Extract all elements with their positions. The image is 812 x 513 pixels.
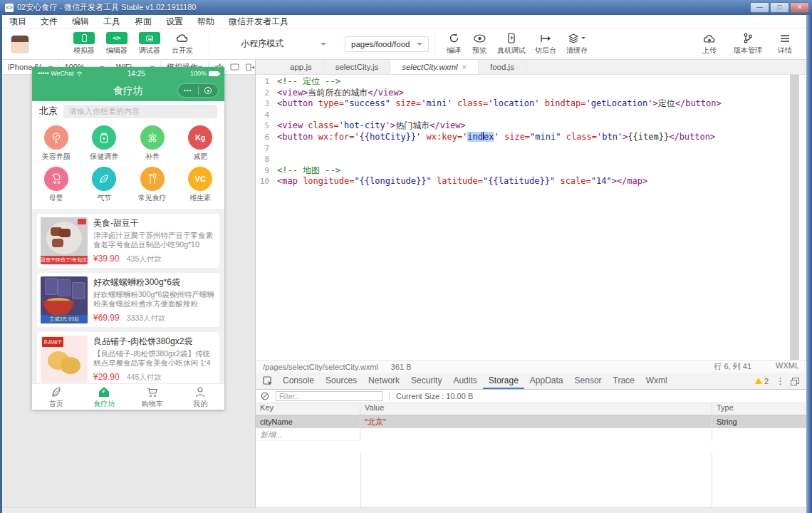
menu-project[interactable]: 项目 [2,16,33,28]
devtools-tab-appdata[interactable]: AppData [524,373,569,389]
code-area[interactable]: 1<!-- 定位 -->2<view>当前所在的城市</view>3<butto… [256,75,806,360]
cursor-position[interactable]: 行 6, 列 41 [714,361,751,372]
category-grid: 美容养颜 保健调养 补养 Kg [32,121,224,209]
code-line[interactable]: 1<!-- 定位 --> [256,76,806,88]
category-healthcare[interactable]: 保健调养 [80,125,129,162]
category-mother-baby[interactable]: 母婴 [32,167,80,203]
code-line[interactable]: 5<view class='hot-city'>热门城市</view> [256,120,806,132]
column-value[interactable]: Value [360,403,712,415]
mode-select[interactable]: 小程序模式 [241,38,326,50]
tab-profile[interactable]: 我的 [177,384,225,410]
devtools-tab-audits[interactable]: Audits [447,373,482,389]
close-tab-icon[interactable]: × [462,60,467,74]
devtools-tab-network[interactable]: Network [363,373,405,389]
minimize-button[interactable]: — [750,2,769,13]
search-input[interactable] [63,105,217,118]
product-card[interactable]: 甜豆干降价了!每包仅2.7 美食-甜豆干 津津卤汁豆腐干苏州特产豆干零食素食老字… [37,214,219,268]
tab-selectcity-js[interactable]: selectCity.js [324,60,391,74]
code-line[interactable]: 6<button wx:for='{{hotCity}}' wx:key='in… [256,132,806,143]
language-mode[interactable]: WXML [776,361,799,372]
warning-counter[interactable]: 2 [755,377,769,385]
switch-background-button[interactable]: 切后台 [531,32,561,56]
menu-view[interactable]: 界面 [127,16,159,28]
menu-file[interactable]: 文件 [33,16,65,28]
compile-button[interactable]: 编译 [441,32,467,56]
editor-toggle-button[interactable]: </> 编辑器 [100,32,133,56]
titlebar[interactable]: <> 02安心食疗 - 微信开发者工具 Stable v1.02.1911180… [0,0,812,15]
devtools-tab-sensor[interactable]: Sensor [569,373,608,389]
debugger-toggle-button[interactable]: 调试器 [133,32,166,56]
product-card[interactable]: 良品铺子 良品铺子-肉松饼380gx2袋 【良品铺子-肉松饼380gx2袋】传统… [37,332,219,383]
real-device-debug-button[interactable]: 真机调试 [492,32,531,56]
product-sales: 3333人付款 [127,314,166,323]
code-line[interactable]: 7 [256,143,806,155]
kebab-menu-icon[interactable]: ⋮ [776,375,785,386]
version-control-button[interactable]: 版本管理 [728,32,768,56]
column-key[interactable]: Key [256,403,360,415]
clear-cache-button[interactable]: 清缓存 [561,32,593,56]
simulator-toggle-button[interactable]: 模拟器 [68,32,100,56]
devtools-tab-sources[interactable]: Sources [320,373,363,389]
more-icon[interactable]: ••• [178,84,198,97]
devtools-tab-wxml[interactable]: Wxml [640,373,673,389]
code-line[interactable]: 4 [256,110,806,121]
category-nourish[interactable]: 补养 [128,125,177,162]
code-token: </button> [669,132,715,142]
cloud-dev-button[interactable]: 云开发 [166,32,199,56]
devtools-panel: Console Sources Network Security Audits … [256,373,806,513]
inspect-element-icon[interactable] [259,376,277,386]
tab-food-js[interactable]: food.js [479,60,526,74]
editor-scrollbar[interactable] [790,75,799,360]
search-row: 北京 [32,101,224,121]
new-entry-row[interactable]: 新增... [256,428,806,441]
product-card[interactable]: 立减3元 69起 好欢螺螺蛳粉300g*6袋 好欢螺螺蛳粉300g*6袋柳州特产… [37,273,219,327]
table-row[interactable]: cityName "北京" String [256,415,806,428]
devtools-tab-storage[interactable]: Storage [483,373,524,389]
code-line[interactable]: 2<view>当前所在的城市</view> [256,88,806,99]
code-line[interactable]: 9<!-- 地图 --> [256,165,806,177]
tab-food-therapy[interactable]: 食疗坊 [80,384,129,410]
category-label: 常见食疗 [138,193,167,203]
debugger-icon [139,32,160,44]
line-number: 5 [256,120,277,132]
category-vitamin[interactable]: VC 维生素 [177,167,225,203]
code-line[interactable]: 10<map longitude="{{longitude}}" latitud… [256,176,806,187]
column-type[interactable]: Type [712,403,806,415]
menu-settings[interactable]: 设置 [159,16,190,28]
category-solar-terms[interactable]: 气节 [80,167,129,203]
close-button[interactable]: ✕ [790,2,809,13]
tab-app-js[interactable]: app.js [279,60,324,74]
category-common-therapy[interactable]: 常见食疗 [128,167,177,203]
tab-selectcity-wxml[interactable]: selectCity.wxml × [390,60,479,74]
upload-button[interactable]: 上传 [695,32,724,56]
devtools-tab-console[interactable]: Console [277,373,320,389]
devtools-tab-trace[interactable]: Trace [608,373,640,389]
code-line[interactable]: 3<button type="success" size='mini' clas… [256,98,806,110]
menu-wechat-devtools[interactable]: 微信开发者工具 [222,16,296,28]
details-button[interactable]: 详情 [772,32,798,56]
maximize-button[interactable]: □ [770,2,789,13]
menu-edit[interactable]: 编辑 [65,16,96,28]
menu-tools[interactable]: 工具 [96,16,127,28]
filter-input[interactable] [276,391,382,401]
exit-icon[interactable] [246,63,255,71]
category-label: 减肥 [193,152,207,162]
tab-home[interactable]: 首页 [32,384,80,410]
avatar[interactable] [11,35,29,53]
exit-miniprogram-icon[interactable] [199,87,219,94]
screenshot-icon[interactable] [230,63,239,71]
city-selector[interactable]: 北京 [39,105,58,118]
code-line[interactable]: 8 [256,154,806,165]
devtools-tab-security[interactable]: Security [405,373,447,389]
clear-icon[interactable] [261,392,269,400]
undock-icon[interactable] [792,378,799,384]
menu-help[interactable]: 帮助 [190,16,222,28]
code-token: </button> [675,98,722,108]
stroller-icon [44,167,68,191]
page-select[interactable]: pages/food/food [345,36,429,52]
tab-cart[interactable]: 购物车 [128,384,177,410]
category-weight-loss[interactable]: Kg 减肥 [177,125,225,162]
editor-label: 编辑器 [106,46,127,56]
preview-button[interactable]: 预览 [467,32,492,56]
category-beauty[interactable]: 美容养颜 [32,125,80,162]
